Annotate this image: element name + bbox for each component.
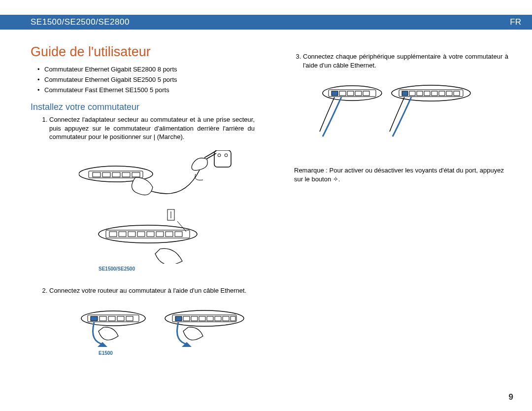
svg-rect-5: [93, 172, 100, 177]
svg-rect-36: [199, 316, 205, 321]
svg-rect-48: [363, 91, 369, 96]
svg-rect-33: [175, 316, 182, 321]
figure-power: SE1500/SE2500: [79, 150, 255, 273]
model-label: SE1500/SE2500/SE2800: [31, 17, 130, 27]
step-text: Connectez chaque périphérique supplément…: [303, 53, 508, 69]
page-body: Guide de l'utilisateur Commutateur Ether…: [0, 30, 532, 371]
svg-rect-15: [137, 232, 145, 237]
svg-rect-27: [108, 316, 115, 321]
section-heading: Installez votre commutateur: [31, 102, 260, 112]
svg-rect-0: [214, 150, 231, 167]
svg-rect-14: [128, 232, 135, 237]
figure-ethernet-router: E1500: [79, 304, 255, 357]
svg-rect-58: [454, 91, 460, 96]
svg-rect-54: [424, 91, 430, 96]
router-connection-illustration: [79, 304, 246, 348]
power-connection-illustration: [79, 150, 236, 264]
step-text: Connectez l'adaptateur secteur au commut…: [49, 116, 255, 140]
svg-rect-29: [126, 316, 133, 321]
svg-rect-17: [156, 232, 164, 237]
svg-rect-19: [175, 232, 182, 237]
svg-rect-45: [339, 91, 346, 96]
svg-point-1: [218, 154, 221, 157]
svg-rect-6: [102, 172, 110, 177]
svg-rect-8: [122, 172, 130, 177]
figure-caption: SE1500/SE2500: [99, 266, 255, 273]
list-item: Commutateur Ethernet Gigabit SE2500 5 po…: [44, 75, 260, 85]
svg-rect-40: [231, 316, 235, 321]
svg-rect-34: [183, 316, 190, 321]
svg-rect-12: [109, 232, 117, 237]
svg-rect-28: [117, 316, 124, 321]
step-2: Connectez votre routeur au commutateur à…: [49, 286, 260, 357]
svg-rect-39: [223, 316, 229, 321]
doc-header: SE1500/SE2500/SE2800 FR: [0, 15, 532, 30]
svg-rect-35: [191, 316, 198, 321]
svg-rect-55: [432, 91, 437, 96]
page-title: Guide de l'utilisateur: [31, 44, 260, 60]
svg-rect-38: [215, 316, 221, 321]
step-1: Connectez l'adaptateur secteur au commut…: [49, 115, 260, 272]
svg-point-2: [225, 154, 228, 157]
svg-rect-9: [132, 172, 140, 177]
steps-list: Connectez l'adaptateur secteur au commut…: [31, 115, 260, 356]
lang-label: FR: [510, 17, 521, 27]
figure-devices: [318, 78, 508, 142]
svg-rect-53: [417, 91, 423, 96]
svg-rect-44: [332, 91, 338, 96]
left-column: Guide de l'utilisateur Commutateur Ether…: [31, 44, 260, 371]
svg-rect-46: [347, 91, 354, 96]
list-item: Commutateur Fast Ethernet SE1500 5 ports: [44, 85, 260, 96]
svg-rect-13: [119, 232, 126, 237]
step-text: Connectez votre routeur au commutateur à…: [49, 287, 246, 294]
svg-rect-57: [446, 91, 452, 96]
device-connection-illustration: [318, 78, 475, 142]
svg-rect-51: [402, 91, 408, 96]
note-text: Remarque : Pour activer ou désactiver le…: [284, 166, 513, 183]
step-3: Connectez chaque périphérique supplément…: [303, 52, 513, 142]
svg-rect-25: [91, 316, 98, 321]
svg-rect-18: [166, 232, 173, 237]
svg-rect-7: [112, 172, 120, 177]
list-item: Commutateur Ethernet Gigabit SE2800 8 po…: [44, 65, 260, 75]
svg-rect-37: [207, 316, 213, 321]
svg-rect-26: [100, 316, 106, 321]
right-column: Connectez chaque périphérique supplément…: [284, 44, 513, 371]
svg-rect-47: [355, 91, 362, 96]
page-number: 9: [509, 392, 513, 402]
svg-rect-16: [147, 232, 154, 237]
svg-rect-52: [409, 91, 415, 96]
figure-caption: E1500: [99, 350, 255, 357]
steps-list-continued: Connectez chaque périphérique supplément…: [284, 52, 513, 142]
svg-rect-56: [439, 91, 445, 96]
product-list: Commutateur Ethernet Gigabit SE2800 8 po…: [31, 65, 260, 95]
